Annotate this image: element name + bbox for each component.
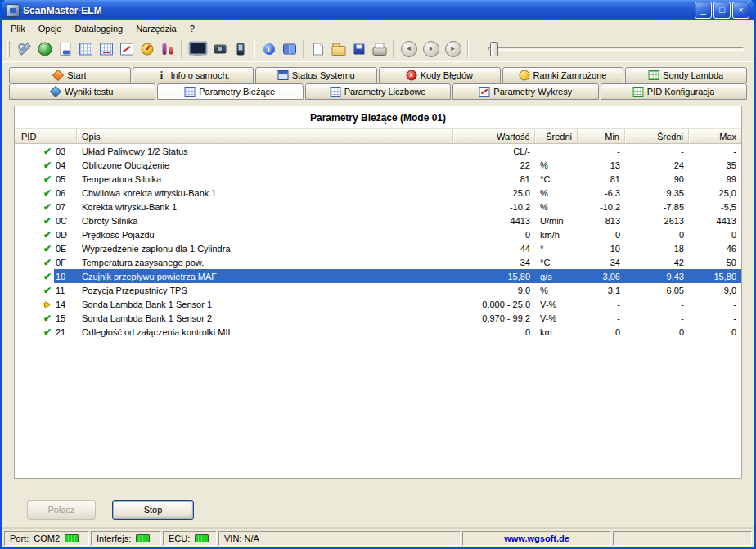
menu-item-plik[interactable]: Plik — [4, 21, 32, 36]
table-row-pid-05[interactable]: ✔05Temperatura Silnika81°C819099 — [15, 172, 741, 186]
terminal-icon[interactable] — [187, 40, 209, 58]
gauge-display-icon[interactable] — [137, 40, 156, 58]
website-link[interactable]: www.wgsoft.de — [504, 533, 569, 543]
vehicle-info-icon[interactable] — [56, 40, 74, 58]
column-header-max[interactable]: Max — [689, 129, 741, 143]
tab-sondy-lambda[interactable]: Sondy Lambda — [625, 67, 747, 83]
connection-settings-icon[interactable] — [15, 40, 34, 58]
column-header-opis[interactable]: Opis — [77, 129, 453, 143]
tab-label: Ramki Zamrożone — [533, 70, 607, 80]
table-row-pid-21[interactable]: ✔21Odległość od załączenia kontrolki MIL… — [15, 325, 741, 339]
nav-stop-icon[interactable] — [421, 40, 441, 58]
table-row-pid-14[interactable]: ►14Sonda Lambda Bank 1 Sensor 10,000 - 2… — [15, 297, 741, 311]
sensor-display-icon[interactable] — [158, 40, 177, 58]
cell-wartosc: 0 — [453, 327, 535, 337]
cell-jedn: V-% — [535, 299, 578, 309]
column-header-jedn[interactable]: Średni — [535, 129, 578, 143]
tab-parametry-biezace[interactable]: Parametry Bieżące — [157, 83, 304, 100]
cell-wartosc: 44 — [453, 244, 535, 254]
table-row-pid-07[interactable]: ✔07Korekta wtrysku-Bank 1-10,2%-10,2-7,8… — [15, 200, 741, 214]
ecu-label: ECU: — [169, 533, 190, 543]
open-file-icon[interactable] — [329, 40, 348, 58]
cell-sredni: 0 — [625, 327, 689, 337]
app-icon — [7, 4, 20, 17]
cell-wartosc: 0,970 - 99,2 — [453, 313, 535, 323]
tab-kody-bledow[interactable]: Kody Błędów — [379, 67, 501, 83]
toolbar-grip-icon — [7, 41, 10, 57]
table-row-pid-10[interactable]: ✔10Czujnik przepływu powietrza MAF15,80g… — [15, 269, 741, 283]
nav-forward-icon[interactable] — [443, 40, 463, 58]
check-icon: ✔ — [43, 327, 52, 337]
tab-pid-konfiguracja[interactable]: PID Konfiguracja — [601, 83, 747, 100]
tab-info-o-samoch[interactable]: Info o samoch. — [133, 67, 254, 83]
table-row-pid-0C[interactable]: ✔0CObroty Silnika4413U/min81326134413 — [15, 214, 741, 227]
menu-item-narzedzia[interactable]: Narzędzia — [129, 21, 183, 36]
table-row-pid-04[interactable]: ✔04Obliczone Obciążenie22%132435 — [15, 158, 741, 172]
cell-pid: 05 — [54, 174, 77, 184]
table-header: PIDOpisWartośćŚredniMinŚredniMax — [15, 128, 741, 144]
row-state-cell: ► — [15, 297, 54, 311]
column-header-wartosc[interactable]: Wartość — [453, 129, 535, 143]
live-data-table-icon[interactable] — [76, 40, 95, 58]
cell-jedn: ° — [535, 244, 578, 254]
minimize-button[interactable]: _ — [695, 2, 712, 19]
menu-item-opcje[interactable]: Opcje — [32, 21, 69, 36]
row-state-cell: ✔ — [15, 200, 54, 214]
cell-min: -10,2 — [578, 202, 625, 212]
row-state-cell: ✔ — [15, 172, 54, 186]
tab-label: PID Konfiguracja — [647, 87, 715, 97]
cell-sredni: 24 — [625, 160, 689, 170]
table-row-pid-06[interactable]: ✔06Chwilowa korekta wtrysku-Bank 125,0%-… — [15, 186, 741, 200]
cell-min: 0 — [578, 230, 625, 240]
check-icon: ✔ — [43, 230, 52, 240]
documentation-icon[interactable] — [280, 40, 299, 58]
menu-item-help[interactable]: ? — [183, 21, 201, 36]
maximize-button[interactable]: □ — [713, 2, 731, 19]
slider-thumb[interactable] — [490, 42, 498, 56]
freeze-icon — [520, 70, 529, 80]
toolbar — [2, 37, 754, 61]
tab-ramki-zamrozone[interactable]: Ramki Zamrożone — [502, 67, 624, 83]
menu-item-datalogging[interactable]: Datalogging — [68, 21, 129, 36]
tab-start[interactable]: Start — [9, 67, 131, 83]
save-file-icon[interactable] — [349, 40, 368, 58]
column-header-pid[interactable]: PID — [15, 129, 77, 143]
row-state-cell: ✔ — [15, 227, 54, 241]
table-row-pid-03[interactable]: ✔03Układ Paliwowy 1/2 StatusCL/---- — [15, 144, 741, 158]
table-row-pid-0D[interactable]: ✔0DPrędkość Pojazdu0km/h000 — [15, 227, 741, 241]
cell-sredni: 0 — [625, 230, 689, 240]
cell-pid: 0C — [54, 216, 77, 226]
close-button[interactable]: × — [732, 2, 749, 19]
column-header-sredni[interactable]: Średni — [625, 129, 689, 143]
tab-parametry-liczbowe[interactable]: Parametry Liczbowe — [305, 83, 452, 100]
row-state-cell: ✔ — [15, 283, 54, 297]
cell-jedn: % — [535, 286, 578, 295]
tab-parametry-wykresy[interactable]: Parametry Wykresy — [452, 83, 599, 100]
tab-label: Wyniki testu — [65, 87, 113, 97]
slider-track[interactable] — [488, 47, 744, 51]
cell-jedn: % — [535, 202, 578, 212]
tab-strip: StartInfo o samoch.Status SystemuKody Bł… — [9, 67, 747, 100]
graph-data-icon[interactable] — [117, 40, 136, 58]
language-globe-icon[interactable] — [35, 40, 54, 58]
status-interface-panel: Interfejs: — [91, 531, 161, 546]
snapshot-icon[interactable] — [210, 40, 229, 58]
print-icon[interactable] — [370, 40, 389, 58]
table-row-pid-11[interactable]: ✔11Pozycja Przepustnicy TPS9,0%3,16,059,… — [15, 283, 741, 297]
info-icon[interactable] — [259, 40, 278, 58]
column-header-min[interactable]: Min — [578, 129, 625, 143]
table-row-pid-0F[interactable]: ✔0FTemperatura zasysanego pow.34°C344250 — [15, 255, 741, 269]
new-file-icon[interactable] — [308, 40, 327, 58]
tab-wyniki-testu[interactable]: Wyniki testu — [9, 83, 155, 100]
table-row-pid-0E[interactable]: ✔0EWyprzedzenie zapłonu dla 1 Cylindra44… — [15, 241, 741, 255]
table-row-pid-15[interactable]: ✔15Sonda Lambda Bank 1 Sensor 20,970 - 9… — [15, 311, 741, 325]
cell-pid: 03 — [54, 146, 77, 156]
mobile-device-icon[interactable] — [231, 40, 250, 58]
cell-wartosc: 34 — [453, 258, 535, 268]
check-icon: ✔ — [43, 188, 52, 198]
tab-status-systemu[interactable]: Status Systemu — [255, 67, 377, 83]
stop-button[interactable]: Stop — [112, 500, 194, 520]
numeric-data-icon[interactable] — [97, 40, 115, 58]
nav-back-icon[interactable] — [398, 40, 419, 58]
connect-button[interactable]: Połącz — [27, 500, 96, 520]
